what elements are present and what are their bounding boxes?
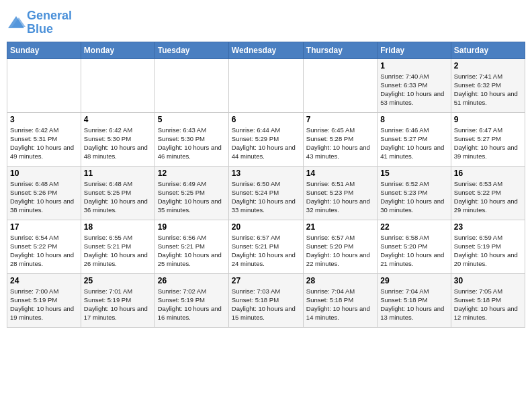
weekday-header-friday: Friday <box>378 42 451 58</box>
day-info: Sunrise: 6:57 AM Sunset: 5:21 PM Dayligh… <box>232 233 300 269</box>
calendar-cell: 22Sunrise: 6:58 AM Sunset: 5:20 PM Dayli… <box>378 220 451 273</box>
day-number: 27 <box>232 276 300 285</box>
logo: General Blue <box>7 9 72 36</box>
calendar-cell: 2Sunrise: 7:41 AM Sunset: 6:32 PM Daylig… <box>451 58 525 112</box>
weekday-header-saturday: Saturday <box>451 42 525 58</box>
page-header: General Blue <box>7 7 525 36</box>
day-number: 3 <box>10 115 78 124</box>
weekday-header-thursday: Thursday <box>303 42 377 58</box>
calendar-cell: 27Sunrise: 7:03 AM Sunset: 5:18 PM Dayli… <box>228 273 303 327</box>
calendar-cell: 20Sunrise: 6:57 AM Sunset: 5:21 PM Dayli… <box>228 220 303 273</box>
day-number: 21 <box>306 222 374 232</box>
calendar-cell: 17Sunrise: 6:54 AM Sunset: 5:22 PM Dayli… <box>7 220 81 273</box>
day-number: 11 <box>84 169 152 178</box>
day-number: 10 <box>10 169 78 178</box>
weekday-header-tuesday: Tuesday <box>154 42 228 58</box>
calendar-table: SundayMondayTuesdayWednesdayThursdayFrid… <box>7 42 525 328</box>
calendar-cell: 18Sunrise: 6:55 AM Sunset: 5:21 PM Dayli… <box>81 220 154 273</box>
day-info: Sunrise: 6:59 AM Sunset: 5:19 PM Dayligh… <box>454 233 522 269</box>
calendar-cell <box>154 58 228 112</box>
day-number: 6 <box>232 115 300 124</box>
day-info: Sunrise: 6:42 AM Sunset: 5:31 PM Dayligh… <box>10 126 78 161</box>
day-number: 17 <box>10 222 78 232</box>
calendar-cell: 3Sunrise: 6:42 AM Sunset: 5:31 PM Daylig… <box>7 112 81 166</box>
calendar-cell: 9Sunrise: 6:47 AM Sunset: 5:27 PM Daylig… <box>451 112 525 166</box>
day-number: 25 <box>84 276 152 285</box>
day-info: Sunrise: 6:48 AM Sunset: 5:25 PM Dayligh… <box>84 179 152 215</box>
calendar-cell <box>228 58 303 112</box>
calendar-cell: 12Sunrise: 6:49 AM Sunset: 5:25 PM Dayli… <box>154 166 228 220</box>
calendar-cell: 23Sunrise: 6:59 AM Sunset: 5:19 PM Dayli… <box>451 220 525 273</box>
calendar-cell: 24Sunrise: 7:00 AM Sunset: 5:19 PM Dayli… <box>7 273 81 327</box>
day-info: Sunrise: 6:46 AM Sunset: 5:27 PM Dayligh… <box>380 126 447 161</box>
day-number: 24 <box>10 276 78 285</box>
day-info: Sunrise: 6:44 AM Sunset: 5:29 PM Dayligh… <box>232 126 300 161</box>
day-info: Sunrise: 6:45 AM Sunset: 5:28 PM Dayligh… <box>306 126 374 161</box>
day-info: Sunrise: 6:54 AM Sunset: 5:22 PM Dayligh… <box>10 233 78 269</box>
day-info: Sunrise: 6:48 AM Sunset: 5:26 PM Dayligh… <box>10 179 78 215</box>
day-info: Sunrise: 7:04 AM Sunset: 5:18 PM Dayligh… <box>306 287 374 322</box>
calendar-cell: 7Sunrise: 6:45 AM Sunset: 5:28 PM Daylig… <box>303 112 377 166</box>
day-number: 26 <box>158 276 226 285</box>
day-info: Sunrise: 7:00 AM Sunset: 5:19 PM Dayligh… <box>10 287 78 322</box>
day-info: Sunrise: 6:57 AM Sunset: 5:20 PM Dayligh… <box>306 233 374 269</box>
day-info: Sunrise: 6:50 AM Sunset: 5:24 PM Dayligh… <box>232 179 300 215</box>
calendar-cell: 5Sunrise: 6:43 AM Sunset: 5:30 PM Daylig… <box>154 112 228 166</box>
day-info: Sunrise: 6:58 AM Sunset: 5:20 PM Dayligh… <box>380 233 447 269</box>
day-number: 23 <box>454 222 522 232</box>
day-number: 29 <box>380 276 447 285</box>
day-info: Sunrise: 7:41 AM Sunset: 6:32 PM Dayligh… <box>454 72 522 107</box>
day-number: 30 <box>454 276 522 285</box>
calendar-cell: 21Sunrise: 6:57 AM Sunset: 5:20 PM Dayli… <box>303 220 377 273</box>
day-info: Sunrise: 7:05 AM Sunset: 5:18 PM Dayligh… <box>454 287 522 322</box>
day-number: 20 <box>232 222 300 232</box>
weekday-header-sunday: Sunday <box>7 42 81 58</box>
calendar-cell: 6Sunrise: 6:44 AM Sunset: 5:29 PM Daylig… <box>228 112 303 166</box>
day-number: 5 <box>158 115 226 124</box>
day-info: Sunrise: 7:02 AM Sunset: 5:19 PM Dayligh… <box>158 287 226 322</box>
logo-icon <box>7 13 26 32</box>
day-number: 4 <box>84 115 152 124</box>
day-info: Sunrise: 7:04 AM Sunset: 5:18 PM Dayligh… <box>380 287 447 322</box>
day-number: 2 <box>454 61 522 71</box>
weekday-header-monday: Monday <box>81 42 154 58</box>
day-info: Sunrise: 6:47 AM Sunset: 5:27 PM Dayligh… <box>454 126 522 161</box>
day-number: 8 <box>380 115 447 124</box>
day-info: Sunrise: 6:49 AM Sunset: 5:25 PM Dayligh… <box>158 179 226 215</box>
calendar-cell: 26Sunrise: 7:02 AM Sunset: 5:19 PM Dayli… <box>154 273 228 327</box>
calendar-cell: 1Sunrise: 7:40 AM Sunset: 6:33 PM Daylig… <box>378 58 451 112</box>
calendar-cell: 16Sunrise: 6:53 AM Sunset: 5:22 PM Dayli… <box>451 166 525 220</box>
calendar-cell: 10Sunrise: 6:48 AM Sunset: 5:26 PM Dayli… <box>7 166 81 220</box>
day-number: 13 <box>232 169 300 178</box>
day-number: 1 <box>380 61 447 71</box>
calendar-cell: 25Sunrise: 7:01 AM Sunset: 5:19 PM Dayli… <box>81 273 154 327</box>
calendar-cell: 19Sunrise: 6:56 AM Sunset: 5:21 PM Dayli… <box>154 220 228 273</box>
day-info: Sunrise: 7:01 AM Sunset: 5:19 PM Dayligh… <box>84 287 152 322</box>
day-number: 28 <box>306 276 374 285</box>
day-number: 9 <box>454 115 522 124</box>
day-info: Sunrise: 6:42 AM Sunset: 5:30 PM Dayligh… <box>84 126 152 161</box>
calendar-cell <box>303 58 377 112</box>
day-info: Sunrise: 6:43 AM Sunset: 5:30 PM Dayligh… <box>158 126 226 161</box>
day-info: Sunrise: 6:52 AM Sunset: 5:23 PM Dayligh… <box>380 179 447 215</box>
weekday-header-wednesday: Wednesday <box>228 42 303 58</box>
logo-text: General Blue <box>27 9 72 36</box>
day-info: Sunrise: 6:51 AM Sunset: 5:23 PM Dayligh… <box>306 179 374 215</box>
day-number: 19 <box>158 222 226 232</box>
calendar-cell: 15Sunrise: 6:52 AM Sunset: 5:23 PM Dayli… <box>378 166 451 220</box>
day-info: Sunrise: 7:40 AM Sunset: 6:33 PM Dayligh… <box>380 72 447 107</box>
calendar-cell: 29Sunrise: 7:04 AM Sunset: 5:18 PM Dayli… <box>378 273 451 327</box>
calendar-cell: 28Sunrise: 7:04 AM Sunset: 5:18 PM Dayli… <box>303 273 377 327</box>
day-number: 18 <box>84 222 152 232</box>
day-info: Sunrise: 7:03 AM Sunset: 5:18 PM Dayligh… <box>232 287 300 322</box>
calendar-cell: 11Sunrise: 6:48 AM Sunset: 5:25 PM Dayli… <box>81 166 154 220</box>
calendar-cell: 14Sunrise: 6:51 AM Sunset: 5:23 PM Dayli… <box>303 166 377 220</box>
day-number: 22 <box>380 222 447 232</box>
day-info: Sunrise: 6:56 AM Sunset: 5:21 PM Dayligh… <box>158 233 226 269</box>
day-number: 7 <box>306 115 374 124</box>
day-number: 12 <box>158 169 226 178</box>
day-number: 14 <box>306 169 374 178</box>
calendar-cell: 30Sunrise: 7:05 AM Sunset: 5:18 PM Dayli… <box>451 273 525 327</box>
calendar-cell <box>81 58 154 112</box>
calendar-cell: 13Sunrise: 6:50 AM Sunset: 5:24 PM Dayli… <box>228 166 303 220</box>
